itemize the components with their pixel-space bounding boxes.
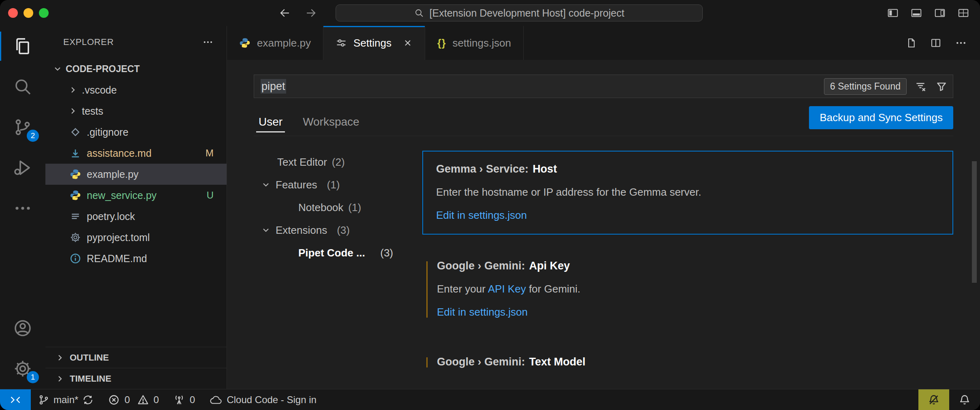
titlebar: [Extension Development Host] code-projec… — [0, 0, 980, 26]
toggle-primary-sidebar-icon[interactable] — [887, 7, 899, 19]
explorer-sidebar: EXPLORER CODE-PROJECT .vscode tests .g — [45, 26, 227, 389]
settings-search-input[interactable]: pipet 6 Settings Found — [254, 75, 953, 98]
split-editor-icon[interactable] — [930, 37, 942, 49]
file-name: poetry.lock — [87, 211, 135, 222]
workbench-body: 2 1 EXPLORER CODE-PROJECT — [0, 26, 980, 389]
more-actions-icon[interactable] — [955, 37, 967, 49]
navigate-forward-button[interactable] — [305, 7, 317, 19]
setting-category: Gemma › Service: — [436, 163, 529, 175]
chevron-down-icon — [261, 225, 271, 235]
problems-status-item[interactable]: 0 0 — [101, 389, 166, 410]
settings-count-badge: 6 Settings Found — [824, 78, 907, 95]
toggle-panel-icon[interactable] — [910, 7, 922, 19]
filter-settings-button[interactable] — [934, 79, 949, 94]
settings-list: Gemma › Service:Host Enter the hostname … — [422, 151, 953, 389]
file-row-tests[interactable]: tests — [45, 100, 227, 122]
settings-badge: 1 — [27, 371, 39, 383]
description-text: Enter your — [437, 283, 488, 295]
remote-indicator[interactable] — [0, 389, 31, 410]
lock-file-icon — [70, 211, 81, 222]
file-row-new-service-py[interactable]: new_service.py U — [45, 185, 227, 206]
activity-run-debug[interactable] — [0, 147, 45, 188]
vscode-window: [Extension Development Host] code-projec… — [0, 0, 980, 410]
bell-icon — [959, 394, 970, 406]
file-row-pyproject-toml[interactable]: pyproject.toml — [45, 227, 227, 248]
python-file-icon — [70, 190, 81, 201]
tab-label: example.py — [257, 37, 311, 49]
activity-bar: 2 1 — [0, 26, 45, 389]
setting-google-gemini-text-model[interactable]: Google › Gemini:Text Model — [422, 344, 953, 380]
zoom-window-button[interactable] — [39, 8, 49, 18]
explorer-root-folder[interactable]: CODE-PROJECT — [45, 58, 227, 79]
toc-text-editor[interactable]: Text Editor (2) — [254, 151, 408, 173]
command-center[interactable]: [Extension Development Host] code-projec… — [336, 4, 703, 21]
toc-extensions[interactable]: Extensions (3) — [254, 219, 408, 241]
explorer-more-actions-button[interactable] — [202, 36, 214, 48]
activity-source-control[interactable]: 2 — [0, 107, 45, 147]
toc-pipet-code[interactable]: Pipet Code ... (3) — [254, 241, 408, 264]
search-value: pipet — [261, 79, 286, 94]
file-name: .vscode — [82, 84, 117, 96]
tab-settings[interactable]: Settings — [323, 26, 425, 60]
minimize-window-button[interactable] — [24, 8, 33, 18]
activity-search[interactable] — [0, 66, 45, 107]
file-row-vscode[interactable]: .vscode — [45, 79, 227, 100]
backup-sync-settings-button[interactable]: Backup and Sync Settings — [809, 106, 953, 129]
tab-settings-json[interactable]: {} settings.json — [425, 26, 524, 60]
toggle-secondary-sidebar-icon[interactable] — [934, 7, 946, 19]
edit-in-settings-json-link[interactable]: Edit in settings.json — [436, 209, 527, 222]
description-text: for Gemini. — [526, 283, 580, 295]
warning-icon — [137, 394, 149, 406]
toc-features[interactable]: Features (1) — [254, 173, 408, 196]
ports-status-item[interactable]: 0 — [166, 389, 202, 410]
files-icon — [13, 36, 32, 56]
file-row-gitignore[interactable]: .gitignore — [45, 122, 227, 143]
do-not-disturb-item[interactable] — [918, 389, 949, 410]
activity-more-views[interactable] — [0, 188, 45, 228]
toc-notebook[interactable]: Notebook (1) — [254, 196, 408, 219]
chevron-right-icon — [55, 353, 65, 363]
activity-accounts[interactable] — [0, 308, 45, 348]
open-settings-json-icon[interactable] — [905, 37, 917, 49]
setting-gemma-service-host[interactable]: Gemma › Service:Host Enter the hostname … — [422, 151, 953, 235]
cloud-code-status-item[interactable]: Cloud Code - Sign in — [202, 389, 323, 410]
toc-count: (1) — [327, 179, 340, 191]
close-window-button[interactable] — [8, 8, 18, 18]
sidebar-header: EXPLORER — [45, 26, 227, 58]
toc-count: (3) — [380, 247, 393, 259]
ellipsis-icon — [13, 199, 32, 218]
activity-settings[interactable]: 1 — [0, 348, 45, 389]
clear-search-results-button[interactable] — [913, 79, 928, 94]
activity-explorer[interactable] — [0, 26, 45, 66]
outline-section-header[interactable]: OUTLINE — [45, 347, 227, 368]
file-name: README.md — [87, 253, 147, 265]
tab-example-py[interactable]: example.py — [227, 26, 323, 60]
git-status-badge: M — [205, 147, 214, 159]
source-control-badge: 2 — [27, 130, 39, 142]
run-debug-icon — [13, 158, 32, 177]
file-name: example.py — [87, 169, 139, 180]
api-key-link[interactable]: API Key — [488, 283, 526, 295]
navigate-back-button[interactable] — [279, 7, 291, 19]
branch-status-item[interactable]: main* — [31, 389, 101, 410]
notifications-item[interactable] — [949, 389, 980, 410]
tab-bar: example.py Settings {} settings.json — [227, 26, 980, 60]
toc-label: Pipet Code ... — [298, 247, 365, 259]
setting-google-gemini-api-key[interactable]: Google › Gemini:Api Key Enter your API K… — [422, 248, 953, 331]
file-row-readme-md[interactable]: README.md — [45, 248, 227, 269]
file-row-assistance-md[interactable]: assistance.md M — [45, 143, 227, 164]
close-tab-button[interactable] — [403, 38, 413, 48]
edit-in-settings-json-link[interactable]: Edit in settings.json — [437, 306, 528, 318]
scope-tab-workspace[interactable]: Workspace — [300, 115, 363, 136]
remote-icon — [10, 394, 21, 406]
file-row-example-py[interactable]: example.py — [45, 164, 227, 185]
timeline-section-header[interactable]: TIMELINE — [45, 368, 227, 389]
scope-tab-user[interactable]: User — [255, 115, 286, 136]
scrollbar[interactable] — [972, 161, 977, 283]
file-row-poetry-lock[interactable]: poetry.lock — [45, 206, 227, 227]
file-name: assistance.md — [87, 147, 152, 159]
chevron-down-icon — [261, 180, 271, 190]
settings-sliders-icon — [336, 37, 347, 49]
customize-layout-icon[interactable] — [957, 7, 969, 19]
editor-group: example.py Settings {} settings.json — [227, 26, 980, 389]
